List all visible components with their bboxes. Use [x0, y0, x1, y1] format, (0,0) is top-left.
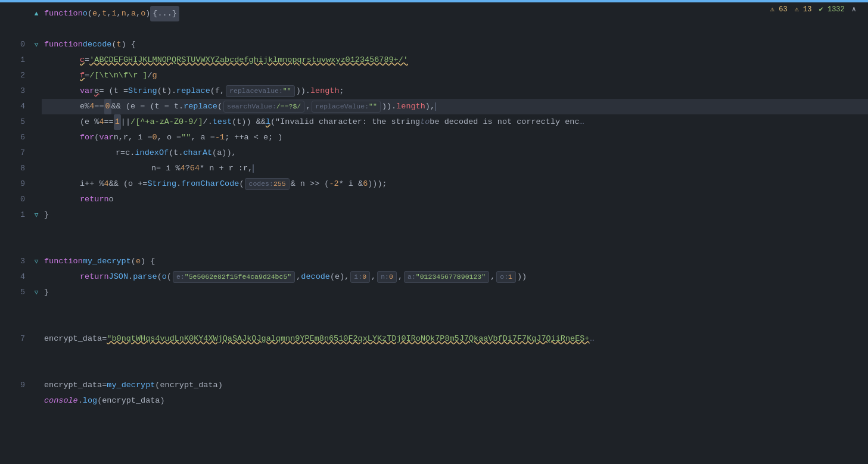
fold-spacer — [31, 300, 42, 316]
blank-line-6 — [42, 347, 868, 362]
fold-spacer — [31, 52, 42, 68]
encrypt-string: "b0nqtWHqs4vudLnK0KY4XWjQaSAJkOJgalqmnn9… — [107, 331, 589, 347]
code-line-mydecrypt: function my_decrypt ( e ) { — [42, 254, 868, 269]
fold-spacer — [31, 223, 42, 238]
fold-spacer — [31, 238, 42, 254]
code-line-8: n = i % 4 ? 64 * n + r : r , — [42, 161, 868, 176]
code-line-close-mydecrypt: } — [42, 285, 868, 300]
code-line-encrypt-assign: encrypt_data = "b0nqtWHqs4vudLnK0KY4XWjQ… — [42, 331, 868, 347]
blank-line-2 — [42, 223, 868, 238]
fold-spacer — [31, 393, 42, 409]
hint-replacevalue-3: replaceValue: "" — [226, 85, 295, 97]
code-line-3: var e = ( t = String ( t ). replace ( f … — [42, 83, 868, 99]
func-name-mydecrypt: my_decrypt — [83, 254, 131, 269]
closing-brace-2: } — [44, 285, 49, 300]
code-editor: ⚠ 63 ⚠ 13 ✔ 1332 ∧ 0 1 2 3 4 5 6 7 8 9 0 — [0, 0, 868, 464]
fold-spacer — [31, 21, 42, 37]
fold-spacer — [31, 316, 42, 331]
hint-a: a: "012345677890123" — [404, 271, 489, 283]
code-line-5: (e % 4 == 1 || /[^+a-zA-Z0-9/] /. test (… — [42, 114, 868, 130]
warning-count: ⚠ 63 — [770, 5, 788, 14]
code-line-close-decode: } — [42, 207, 868, 223]
fold-icon-decode[interactable]: ▽ — [31, 37, 42, 52]
hint-searchvalue: searchValue: /==?$/ — [223, 101, 304, 113]
hint-e: e: "5e5062e82f15fe4ca9d24bc5" — [173, 271, 295, 283]
progress-bar — [0, 0, 868, 2]
code-line-1: function o ( e , t , i , n , a , o ) {..… — [42, 6, 868, 21]
hint-n: n: 0 — [377, 271, 397, 283]
regex-f: /[\t\n\f\r ] — [89, 68, 147, 83]
fold-spacer — [31, 68, 42, 83]
closing-brace-1: } — [44, 207, 49, 223]
fold-icon-0[interactable]: ▲ — [31, 6, 42, 21]
check-count: ✔ 1332 — [819, 5, 845, 14]
line-numbers: 0 1 2 3 4 5 6 7 8 9 0 1 3 4 5 7 9 — [0, 5, 31, 464]
num-1-highlight: 1 — [114, 114, 121, 130]
hint-o: o: 1 — [496, 271, 516, 283]
fold-icon-close2[interactable]: ▽ — [31, 285, 42, 300]
blank-line-7 — [42, 362, 868, 378]
code-line-console-log: console . log (encrypt_data) — [42, 393, 868, 409]
fold-spacer — [31, 378, 42, 393]
fold-spacer — [31, 161, 42, 176]
hint-replacevalue-4: replaceValue: "" — [312, 101, 381, 113]
folded-body: {...} — [150, 6, 179, 21]
code-line-f: f = /[\t\n\f\r ] / g — [42, 68, 868, 83]
keyword-function: function — [44, 6, 83, 21]
blank-line-4 — [42, 300, 868, 316]
fold-icon-mydecrypt[interactable]: ▽ — [31, 254, 42, 269]
code-content[interactable]: function o ( e , t , i , n , a , o ) {..… — [42, 5, 868, 464]
var-f: f — [80, 68, 85, 83]
code-line-c: c = 'ABCDEFGHIJKLMNOPQRSTUVWXYZabcdefghi… — [42, 52, 868, 68]
fold-spacer — [31, 362, 42, 378]
code-area: 0 1 2 3 4 5 6 7 8 9 0 1 3 4 5 7 9 — [0, 5, 868, 464]
gutter: ▲ ▽ ▽ ▽ ▽ — [31, 5, 42, 464]
string-alphabet: 'ABCDEFGHIJKLMNOPQRSTUVWXYZabcdefghijklm… — [89, 52, 408, 68]
blank-line-1 — [42, 21, 868, 37]
var-e-decl: e — [94, 83, 99, 99]
expand-icon[interactable]: ∧ — [852, 5, 856, 14]
blank-line-3 — [42, 238, 868, 254]
error-count: ⚠ 13 — [795, 5, 812, 14]
var-c: c — [80, 52, 85, 68]
func-l: l — [266, 114, 270, 130]
fold-spacer — [31, 192, 42, 207]
hint-codes: codes: 255 — [245, 178, 289, 190]
code-line-9: i++ % 4 && (o += String . fromCharCode (… — [42, 176, 868, 192]
fold-spacer — [31, 347, 42, 362]
func-name-o: o — [83, 6, 88, 21]
hint-i: i: 0 — [350, 271, 370, 283]
fold-spacer — [31, 145, 42, 161]
func-name-decode: decode — [83, 37, 112, 52]
code-line-4: e % 4 == 0 && (e = (t = t. replace ( sea… — [42, 99, 868, 114]
fold-spacer — [31, 176, 42, 192]
check-icon: ✔ — [819, 5, 823, 14]
code-line-7: r = c . indexOf ( t . charAt (a)), — [42, 145, 868, 161]
code-line-return: return o — [42, 192, 868, 207]
cursor — [435, 102, 436, 111]
num-0-highlight: 0 — [104, 99, 111, 114]
code-line-encrypt-decrypt: encrypt_data = my_decrypt (encrypt_data) — [42, 378, 868, 393]
code-line-6: for ( var n , r , i = 0 , o = "" , a = -… — [42, 130, 868, 145]
blank-line-5 — [42, 316, 868, 331]
fold-spacer — [31, 83, 42, 99]
fold-spacer — [31, 114, 42, 130]
fold-spacer — [31, 130, 42, 145]
error-triangle-icon: ⚠ — [795, 5, 799, 14]
fold-spacer — [31, 331, 42, 347]
code-line-decode: function decode ( t ) { — [42, 37, 868, 52]
keyword-console: console — [44, 393, 78, 409]
warn-triangle-icon: ⚠ — [770, 5, 774, 14]
fold-spacer — [31, 269, 42, 285]
status-bar: ⚠ 63 ⚠ 13 ✔ 1332 ∧ — [770, 5, 856, 14]
param-e: e — [92, 6, 97, 21]
fold-icon-close1[interactable]: ▽ — [31, 207, 42, 223]
cursor-2 — [253, 164, 254, 173]
code-line-return-json: return JSON . parse ( o ( e: "5e5062e82f… — [42, 269, 868, 285]
fold-spacer — [31, 99, 42, 114]
